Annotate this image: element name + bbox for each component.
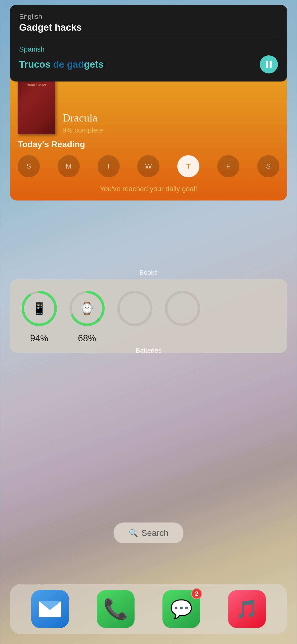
battery-ring-watch: ⌚ — [67, 288, 107, 329]
mail-flap — [39, 601, 61, 610]
pause-icon — [266, 61, 272, 68]
day-friday: F — [217, 155, 239, 177]
pause-bar-right — [270, 61, 272, 68]
source-language: English — [19, 13, 278, 21]
battery-device3 — [115, 288, 155, 344]
book-title: Dracula — [62, 111, 279, 124]
day-thursday-active: T — [177, 155, 199, 177]
battery-icon-device3-container — [115, 288, 155, 329]
day-tuesday: T — [98, 155, 120, 177]
battery-device4 — [162, 288, 203, 344]
search-label: Search — [141, 528, 168, 538]
day-saturday: S — [257, 155, 279, 177]
dock: 📞 💬 2 🎵 — [10, 584, 287, 634]
reading-label: Today's Reading — [18, 139, 279, 149]
mail-icon — [39, 601, 61, 617]
dock-app-phone[interactable]: 📞 — [97, 590, 135, 628]
battery-ring-iphone: 📱 — [19, 288, 59, 329]
search-button[interactable]: 🔍 Search — [113, 522, 184, 543]
battery-iphone: 📱 94% — [19, 288, 59, 344]
target-language: Spanish — [19, 45, 278, 53]
battery-icon-watch-container: ⌚ — [67, 288, 107, 329]
target-text-normal2: gets — [84, 59, 104, 70]
target-text: Trucos de gadgets — [19, 59, 104, 70]
battery-icon-iphone-container: 📱 — [19, 288, 59, 329]
translation-card: English Gadget hacks Spanish Trucos de g… — [10, 5, 287, 82]
battery-pct-watch: 68% — [78, 333, 96, 344]
dock-app-music[interactable]: 🎵 — [228, 590, 266, 628]
day-sunday: S — [18, 155, 40, 177]
music-icon: 🎵 — [236, 598, 258, 620]
goal-message: You've reached your daily goal! — [18, 185, 279, 193]
phone-icon: 📞 — [103, 597, 128, 621]
translation-target-row: Trucos de gadgets — [19, 55, 278, 73]
source-text: Gadget hacks — [19, 22, 278, 33]
dock-app-messages[interactable]: 💬 2 — [162, 590, 200, 628]
battery-icon-device4-container — [162, 288, 203, 329]
iphone-icon: 📱 — [32, 301, 47, 315]
messages-icon: 💬 — [170, 598, 193, 620]
batteries-row: 📱 94% ⌚ 68% — [19, 288, 278, 344]
book-cover: Bram Stoker — [18, 79, 55, 134]
battery-watch: ⌚ 68% — [67, 288, 107, 344]
apple-watch-icon: ⌚ — [79, 301, 95, 315]
dock-app-mail[interactable] — [31, 590, 69, 628]
books-reading-section: Today's Reading S M T W T F S You've rea… — [10, 139, 287, 200]
pause-bar-left — [266, 61, 268, 68]
target-text-bold: de gad — [53, 59, 84, 70]
battery-pct-iphone: 94% — [30, 333, 48, 344]
batteries-widget-label: Batteries — [0, 347, 297, 354]
book-spine — [22, 79, 22, 134]
day-wednesday: W — [137, 155, 159, 177]
battery-ring-device3 — [115, 288, 155, 329]
book-progress: 9% complete — [62, 126, 279, 134]
books-widget-label: Books — [0, 269, 297, 276]
days-row: S M T W T F S — [18, 155, 279, 177]
mail-envelope — [39, 601, 61, 617]
pause-button[interactable] — [260, 55, 278, 73]
batteries-widget[interactable]: 📱 94% ⌚ 68% — [10, 279, 287, 353]
books-book-section: Bram Stoker Dracula 9% complete — [10, 73, 287, 139]
book-author: Bram Stoker — [24, 83, 49, 87]
books-widget[interactable]: Bram Stoker Dracula 9% complete Today's … — [10, 73, 287, 200]
day-monday: M — [58, 155, 80, 177]
messages-badge: 2 — [191, 588, 202, 599]
battery-ring-device4 — [162, 288, 203, 329]
search-icon: 🔍 — [129, 529, 138, 537]
book-info: Dracula 9% complete — [62, 111, 279, 134]
target-text-normal: Trucos — [19, 59, 53, 70]
translation-divider — [19, 39, 278, 39]
